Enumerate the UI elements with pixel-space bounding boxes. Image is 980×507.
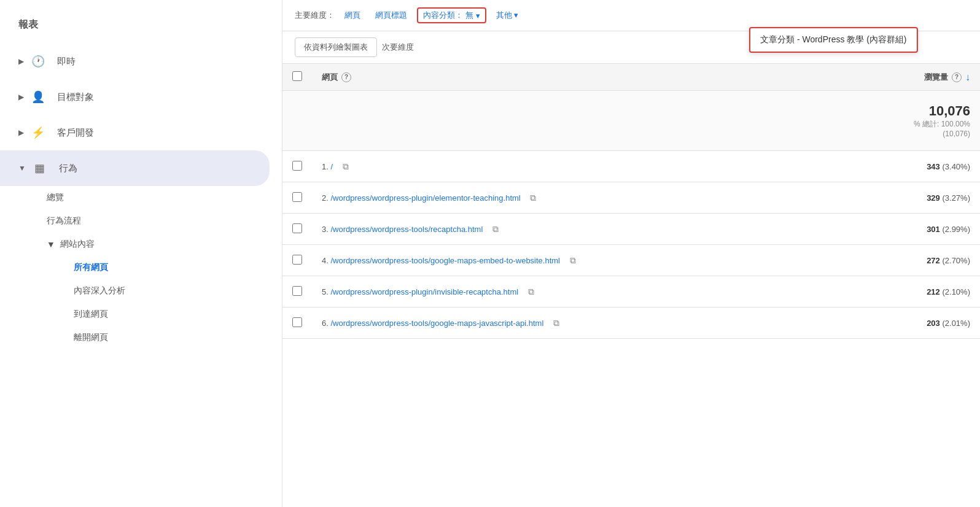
summary-views-cell: 10,076 % 總計: 100.00% (10,076) [836, 91, 980, 151]
sidebar-item-site-content-group[interactable]: ▼ 網站內容 [47, 233, 282, 256]
overview-label: 總覽 [47, 192, 64, 202]
row-checkbox[interactable] [292, 161, 302, 171]
table-row: 4. /wordpress/wordpress-tools/google-map… [282, 245, 980, 276]
views-help-icon[interactable]: ? [952, 72, 962, 82]
sidebar-item-behavior[interactable]: ▼ ▦ 行為 [0, 150, 270, 186]
content-group-dropdown[interactable]: 文章分類 - WordPress 教學 (內容群組) [749, 27, 918, 53]
row-3-views-pct: (2.99%) [942, 225, 970, 234]
row-1-page: 1. / ⧉ [312, 151, 836, 182]
row-4-page: 4. /wordpress/wordpress-tools/google-map… [312, 245, 836, 276]
row-3-checkbox [282, 214, 312, 245]
row-5-checkbox [282, 276, 312, 308]
copy-icon[interactable]: ⧉ [339, 160, 352, 173]
row-5-views-pct: (2.10%) [942, 287, 970, 296]
exit-label: 離開網頁 [74, 332, 108, 342]
arrow-icon: ▶ [18, 128, 24, 137]
row-4-views-count: 272 [927, 256, 940, 265]
summary-pct-label: % 總計: 100.00% [846, 119, 970, 130]
summary-page-cell [312, 91, 836, 151]
row-4-views: 272 (2.70%) [836, 245, 980, 276]
row-2-page: 2. /wordpress/wordpress-plugin/elementor… [312, 182, 836, 214]
col-page-label: 網頁 [322, 72, 338, 83]
row-6-page-link[interactable]: /wordpress/wordpress-tools/google-maps-j… [330, 319, 543, 328]
arrow-down-icon: ▼ [18, 164, 26, 172]
row-5-page: 5. /wordpress/wordpress-plugin/invisible… [312, 276, 836, 308]
row-5-num: 5. [322, 287, 329, 296]
data-table: 網頁 ? 瀏覽量 ? ↓ [282, 64, 980, 339]
landing-label: 到達網頁 [74, 309, 108, 319]
table-row: 1. / ⧉ 343 (3.40%) [282, 151, 980, 182]
row-4-page-link[interactable]: /wordpress/wordpress-tools/google-maps-e… [330, 256, 560, 265]
behavior-submenu: 總覽 行為流程 ▼ 網站內容 所有網頁 內容深入分析 到達網頁 [0, 186, 282, 349]
row-3-num: 3. [322, 225, 329, 234]
row-6-num: 6. [322, 319, 329, 328]
row-1-page-link[interactable]: / [330, 162, 333, 171]
col-views-label: 瀏覽量 [924, 72, 948, 83]
dimension-content-class-btn[interactable]: 內容分類： 無 ▾ [417, 7, 486, 23]
chart-button[interactable]: 依資料列繪製圖表 [295, 37, 377, 57]
sidebar-item-audience[interactable]: ▶ 👤 目標對象 [0, 79, 282, 115]
row-1-views-count: 343 [927, 162, 940, 171]
sidebar-item-acquisition[interactable]: ▶ ⚡ 客戶開發 [0, 115, 282, 150]
row-2-views-pct: (3.27%) [942, 193, 970, 203]
all-pages-label: 所有網頁 [74, 262, 108, 272]
sidebar-item-landing[interactable]: 到達網頁 [74, 303, 282, 326]
sidebar-item-all-pages[interactable]: 所有網頁 [74, 256, 282, 279]
summary-total-parens: (10,076) [846, 130, 970, 138]
arrow-down-icon: ▼ [47, 239, 55, 249]
dimension-bar: 主要維度： 網頁 網頁標題 內容分類： 無 ▾ 其他 ▾ 文章分類 - Word… [282, 0, 980, 31]
page-help-icon[interactable]: ? [341, 72, 351, 82]
row-3-views: 301 (2.99%) [836, 214, 980, 245]
copy-icon[interactable]: ⧉ [489, 222, 502, 236]
copy-icon[interactable]: ⧉ [566, 254, 580, 267]
summary-row: 10,076 % 總計: 100.00% (10,076) [282, 91, 980, 151]
row-6-views: 203 (2.01%) [836, 308, 980, 339]
sidebar-item-realtime-label: 即時 [57, 56, 76, 68]
dimension-title-btn[interactable]: 網頁標題 [370, 7, 412, 23]
row-checkbox[interactable] [292, 286, 302, 296]
row-checkbox[interactable] [292, 255, 302, 265]
row-2-views-count: 329 [927, 193, 940, 203]
row-3-page-link[interactable]: /wordpress/wordpress-tools/recaptcha.htm… [330, 225, 483, 234]
table-row: 2. /wordpress/wordpress-plugin/elementor… [282, 182, 980, 214]
other-label: 其他 [496, 10, 512, 20]
header-page: 網頁 ? [312, 64, 836, 91]
arrow-icon: ▶ [18, 57, 24, 66]
behavior-icon: ▦ [31, 159, 49, 177]
row-checkbox[interactable] [292, 223, 302, 233]
dropdown-option-label: 文章分類 - WordPress 教學 (內容群組) [760, 34, 907, 44]
row-checkbox[interactable] [292, 192, 302, 202]
table-row: 3. /wordpress/wordpress-tools/recaptcha.… [282, 214, 980, 245]
sort-icon[interactable]: ↓ [965, 72, 970, 83]
row-2-page-link[interactable]: /wordpress/wordpress-plugin/elementor-te… [330, 193, 520, 203]
copy-icon[interactable]: ⧉ [524, 285, 538, 298]
row-4-checkbox [282, 245, 312, 276]
row-6-views-count: 203 [927, 319, 940, 328]
dimension-content-class-label: 內容分類： 無 [423, 10, 473, 21]
site-content-submenu: 所有網頁 內容深入分析 到達網頁 離開網頁 [47, 256, 282, 349]
site-content-label: 網站內容 [60, 239, 95, 250]
row-3-views-count: 301 [927, 225, 940, 234]
clock-icon: 🕐 [29, 52, 47, 71]
sidebar-item-exit[interactable]: 離開網頁 [74, 326, 282, 349]
summary-total: 10,076 [846, 103, 970, 119]
copy-icon[interactable]: ⧉ [526, 191, 540, 204]
row-5-page-link[interactable]: /wordpress/wordpress-plugin/invisible-re… [330, 287, 518, 296]
sidebar-item-content-drill[interactable]: 內容深入分析 [74, 279, 282, 303]
other-dropdown-icon: ▾ [514, 10, 518, 20]
select-all-checkbox[interactable] [292, 71, 302, 81]
row-4-num: 4. [322, 256, 329, 265]
row-1-views-pct: (3.40%) [942, 162, 970, 171]
row-2-views: 329 (3.27%) [836, 182, 980, 214]
content-drill-label: 內容深入分析 [74, 285, 125, 295]
row-1-checkbox [282, 151, 312, 182]
dimension-page-btn[interactable]: 網頁 [340, 7, 365, 23]
sidebar-item-behavior-flow[interactable]: 行為流程 [47, 209, 282, 233]
row-checkbox[interactable] [292, 317, 302, 327]
dimension-other-btn[interactable]: 其他 ▾ [491, 7, 524, 23]
table-row: 6. /wordpress/wordpress-tools/google-map… [282, 308, 980, 339]
copy-icon[interactable]: ⧉ [550, 316, 563, 330]
sidebar-item-realtime[interactable]: ▶ 🕐 即時 [0, 44, 282, 79]
sidebar-item-overview[interactable]: 總覽 [47, 186, 282, 209]
main-content: 主要維度： 網頁 網頁標題 內容分類： 無 ▾ 其他 ▾ 文章分類 - Word… [282, 0, 980, 507]
